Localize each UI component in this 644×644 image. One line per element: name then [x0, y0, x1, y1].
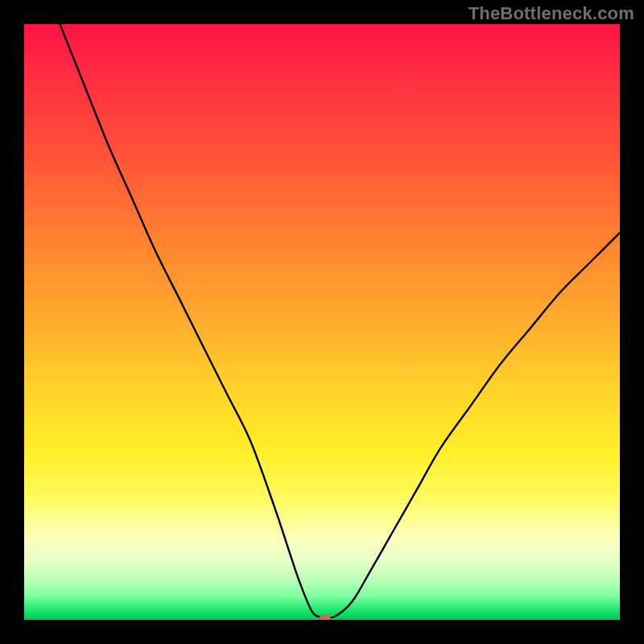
plot-area: [24, 24, 620, 620]
watermark-text: TheBottleneck.com: [469, 3, 634, 24]
bottleneck-curve: [60, 24, 620, 618]
curve-layer: [24, 24, 620, 620]
optimum-marker: [320, 614, 331, 620]
chart-frame: TheBottleneck.com: [0, 0, 644, 644]
